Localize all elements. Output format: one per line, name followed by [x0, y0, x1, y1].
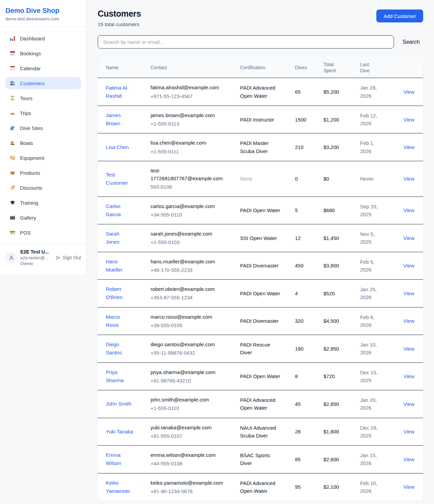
column-header: Dives — [290, 57, 318, 78]
sidebar-item-customers[interactable]: Customers — [5, 77, 81, 89]
customer-name-link[interactable]: Test Customer — [106, 171, 134, 187]
sidebar-item-tours[interactable]: Tours — [5, 92, 81, 104]
customer-email: fatima.alrashid@example.com — [151, 83, 224, 91]
customer-name-link[interactable]: Emma Wilson — [106, 451, 134, 467]
view-link[interactable]: View — [403, 429, 414, 434]
customer-phone: +1-555-0113 — [151, 120, 229, 128]
customer-dives: 180 — [290, 335, 318, 363]
sidebar-item-label: Trips — [20, 110, 31, 116]
sidebar-item-boats[interactable]: Boats — [5, 137, 81, 149]
table-row: Sarah Jones sarah.jones@example.com +1-5… — [98, 224, 423, 252]
customer-name-link[interactable]: Sarah Jones — [106, 230, 134, 246]
customer-name-link[interactable]: Hans Mueller — [106, 258, 134, 274]
customer-name-link[interactable]: Diego Santos — [106, 340, 134, 357]
customer-last-dive: Never — [360, 175, 374, 183]
customer-phone: +1-555-0101 — [151, 404, 229, 412]
bottom-spacer — [98, 501, 423, 504]
customer-name-link[interactable]: Robert O'Brien — [106, 285, 134, 301]
table-row: Emma Wilson emma.wilson@example.com +44-… — [98, 446, 423, 473]
customer-dives: 0 — [290, 161, 318, 197]
sidebar: Demo Dive Shop demo.test.divestreams.com… — [0, 0, 87, 275]
view-link[interactable]: View — [403, 263, 414, 268]
view-link[interactable]: View — [403, 176, 414, 182]
sidebar-item-pos[interactable]: POS — [5, 226, 81, 239]
column-header: Contact — [145, 57, 235, 78]
view-link[interactable]: View — [403, 318, 414, 324]
customer-dives: 8 — [290, 362, 318, 390]
customer-phone: +971-55-123-4567 — [151, 92, 229, 100]
view-link[interactable]: View — [403, 373, 414, 379]
customer-total-spent: $5,200 — [318, 78, 355, 106]
customer-name-link[interactable]: Keiko Yamamoto — [106, 479, 134, 495]
column-header — [392, 57, 423, 78]
customer-name-link[interactable]: Lisa Chen — [106, 143, 129, 151]
view-link[interactable]: View — [403, 144, 414, 150]
column-header-label: Certification — [240, 65, 265, 70]
column-header: Total Spent — [318, 57, 355, 78]
customer-phone: +44-555-0108 — [151, 460, 229, 467]
customer-email: keiko.yamamoto@example.com — [151, 479, 224, 487]
customer-last-dive: Jan 20, 2026 — [360, 396, 379, 412]
customer-last-dive: Dec 15, 2025 — [360, 369, 379, 385]
products-icon — [9, 170, 16, 176]
view-link[interactable]: View — [403, 235, 414, 241]
view-link[interactable]: View — [403, 117, 414, 123]
sidebar-item-gallery[interactable]: Gallery — [5, 211, 81, 224]
sidebar-item-calendar[interactable]: Calendar — [5, 62, 81, 74]
table-row: John Smith john.smith@example.com +1-555… — [98, 390, 423, 418]
table-row: Marco Rossi marco.rossi@example.com +39-… — [98, 307, 423, 335]
view-link[interactable]: View — [403, 456, 414, 462]
customer-name-link[interactable]: Marco Rossi — [106, 313, 134, 329]
customer-phone: +1-555-0103 — [151, 238, 229, 246]
sidebar-item-products[interactable]: Products — [5, 167, 81, 179]
search-button[interactable]: Search — [402, 39, 420, 45]
search-input[interactable] — [98, 35, 394, 49]
customer-phone: +34-555-0110 — [151, 211, 229, 219]
customer-name-link[interactable]: Priya Sharma — [106, 368, 134, 385]
customer-dives: 95 — [290, 473, 318, 501]
customer-name-link[interactable]: Yuki Tanaka — [106, 428, 133, 436]
view-link[interactable]: View — [403, 484, 414, 490]
dive-sites-icon — [9, 125, 16, 131]
sidebar-item-training[interactable]: Training — [5, 197, 81, 209]
sidebar-item-bookings[interactable]: Bookings — [5, 47, 81, 59]
customer-name-link[interactable]: James Brown — [106, 111, 134, 128]
table-header-row: NameContactCertificationDivesTotal Spent… — [98, 57, 423, 78]
customer-total-spent: $2,100 — [318, 473, 355, 501]
customer-name-link[interactable]: John Smith — [106, 400, 131, 408]
training-icon — [9, 200, 16, 206]
view-link[interactable]: View — [403, 401, 414, 407]
sidebar-item-dashboard[interactable]: Dashboard — [5, 32, 81, 44]
table-row: Fatima Al-Rashid fatima.alrashid@example… — [98, 78, 423, 106]
customer-certification: PADI Advanced Open Water — [240, 479, 281, 495]
view-link[interactable]: View — [403, 207, 414, 213]
boats-icon — [9, 140, 16, 146]
sidebar-item-discounts[interactable]: Discounts — [5, 182, 81, 194]
sidebar-item-label: Tours — [20, 95, 33, 101]
customers-icon — [9, 80, 16, 86]
customer-last-dive: Jan 28, 2026 — [360, 84, 379, 100]
customer-name-link[interactable]: Fatima Al-Rashid — [106, 84, 134, 100]
sidebar-nav: Dashboard Bookings Calendar Customers To… — [0, 27, 86, 244]
main-content: Customers 15 total customers Add Custome… — [87, 0, 434, 504]
sign-out-button[interactable]: Sign Out — [56, 255, 81, 260]
customer-phone: +49-170-555-2233 — [151, 266, 229, 274]
customer-phone: +353-87-555-1234 — [151, 294, 229, 301]
view-link[interactable]: View — [403, 346, 414, 352]
view-link[interactable]: View — [403, 291, 414, 296]
table-row: Test Customer test-1772681807767@example… — [98, 161, 423, 197]
sidebar-item-dive-sites[interactable]: Dive Sites — [5, 122, 81, 134]
customer-email: lisa.chen@example.com — [151, 139, 224, 147]
sidebar-item-trips[interactable]: Trips — [5, 107, 81, 119]
sidebar-item-label: Training — [20, 200, 38, 206]
column-header-label: Name — [106, 65, 118, 70]
customer-certification: NAUI Advanced Scuba Diver — [240, 424, 281, 440]
column-header: Certification — [235, 57, 290, 78]
customer-phone: +81-90-1234-5678 — [151, 487, 229, 495]
view-link[interactable]: View — [403, 89, 414, 95]
add-customer-button[interactable]: Add Customer — [376, 10, 423, 22]
customer-name-link[interactable]: Carlos Garcia — [106, 202, 134, 219]
column-header-label: Contact — [151, 65, 167, 70]
customer-dives: 28 — [290, 418, 318, 446]
sidebar-item-equipment[interactable]: Equipment — [5, 152, 81, 164]
